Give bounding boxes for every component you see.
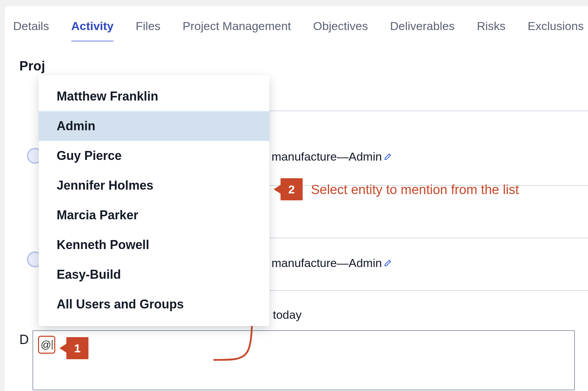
mention-option[interactable]: Jennifer Holmes bbox=[39, 171, 269, 200]
mention-option[interactable]: All Users and Groups bbox=[39, 289, 269, 319]
annotation-badge-2: 2 bbox=[281, 178, 303, 200]
mention-option[interactable]: Kenneth Powell bbox=[39, 230, 269, 260]
activity-body: Proj :il manufacture — Admin bbox=[5, 42, 588, 74]
tab-deliverables[interactable]: Deliverables bbox=[390, 19, 455, 42]
tab-activity[interactable]: Activity bbox=[71, 19, 114, 42]
feed-separator: — bbox=[337, 150, 349, 163]
description-label: D bbox=[19, 332, 29, 347]
annotation-text: Select entity to mention from the list bbox=[311, 182, 519, 197]
feed-text-fragment: m today bbox=[260, 308, 588, 322]
annotation-arrow-icon bbox=[274, 184, 281, 194]
pencil-icon[interactable] bbox=[384, 256, 393, 265]
divider bbox=[260, 238, 588, 238]
pencil-icon[interactable] bbox=[384, 150, 393, 159]
comment-input[interactable]: @ bbox=[32, 330, 575, 390]
tab-exclusions[interactable]: Exclusions bbox=[528, 19, 584, 42]
annotation-badge-1: 1 bbox=[66, 337, 88, 359]
tab-objectives[interactable]: Objectives bbox=[313, 19, 368, 42]
mention-option[interactable]: Easy-Build bbox=[39, 260, 269, 289]
content-card: Details Activity Files Project Managemen… bbox=[5, 6, 588, 391]
mention-option[interactable]: Admin bbox=[39, 111, 269, 141]
text-caret bbox=[52, 340, 53, 350]
tab-details[interactable]: Details bbox=[13, 19, 49, 42]
tab-risks[interactable]: Risks bbox=[477, 19, 505, 42]
tab-project-management[interactable]: Project Management bbox=[183, 19, 291, 42]
mention-dropdown: Matthew Franklin Admin Guy Pierce Jennif… bbox=[39, 75, 269, 326]
section-title: Proj bbox=[19, 59, 580, 74]
at-mention-chip: @ bbox=[38, 336, 55, 354]
divider bbox=[254, 111, 588, 111]
tab-files[interactable]: Files bbox=[136, 19, 161, 42]
tab-bar: Details Activity Files Project Managemen… bbox=[5, 6, 588, 42]
mention-option[interactable]: Matthew Franklin bbox=[39, 82, 269, 111]
at-symbol: @ bbox=[41, 339, 51, 351]
mention-option[interactable]: Guy Pierce bbox=[39, 141, 269, 171]
divider bbox=[260, 290, 588, 291]
feed-author: Admin bbox=[349, 150, 382, 163]
feed-author: Admin bbox=[349, 256, 382, 270]
feed-separator: — bbox=[337, 256, 349, 270]
mention-option[interactable]: Marcia Parker bbox=[39, 200, 269, 230]
annotation-arrow-icon bbox=[59, 343, 67, 353]
